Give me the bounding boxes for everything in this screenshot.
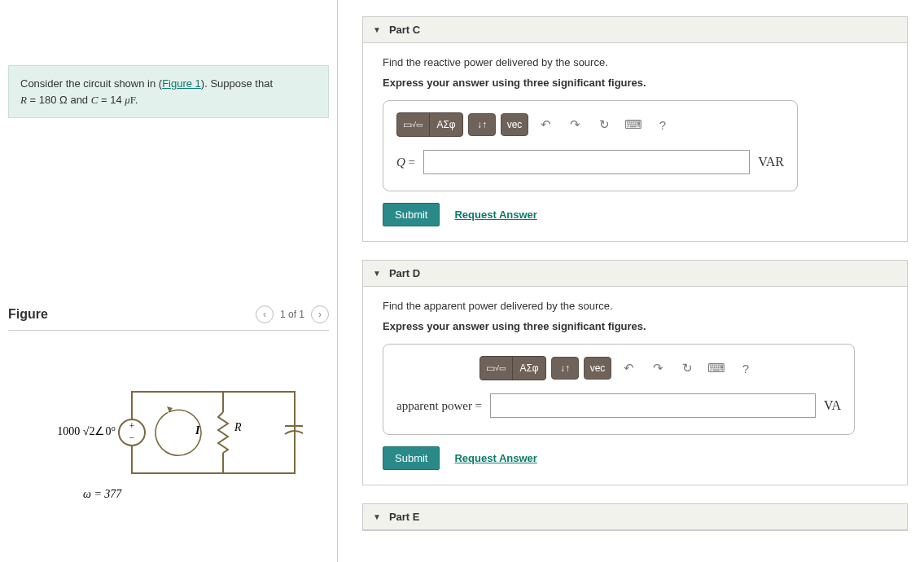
prev-figure-button[interactable]: ‹: [256, 305, 274, 323]
source-label: 1000 √2∠0°: [57, 425, 116, 437]
problem-text: Consider the circuit shown in (: [20, 77, 162, 90]
undo-button[interactable]: ↶: [616, 357, 641, 380]
vector-button[interactable]: vec: [584, 357, 611, 380]
chevron-down-icon: ▼: [373, 25, 381, 34]
keyboard-button[interactable]: ⌨: [621, 113, 646, 136]
part-d-title: Part D: [389, 267, 420, 279]
minus-sign: −: [129, 432, 135, 443]
c-unit: F.: [130, 94, 138, 106]
undo-button[interactable]: ↶: [533, 113, 558, 136]
part-c-hint: Express your answer using three signific…: [383, 77, 887, 89]
subscript-button[interactable]: ↓↑: [551, 357, 579, 380]
figure-nav: ‹ 1 of 1 ›: [256, 305, 329, 323]
part-c-answer-box: ▭√▭ ΑΣφ ↓↑ vec ↶ ↷ ↻ ⌨ ? Q =: [383, 100, 798, 191]
problem-text: ). Suppose that: [201, 77, 273, 90]
right-column: ▼ Part C Find the reactive power deliver…: [338, 0, 924, 562]
plus-sign: +: [129, 420, 135, 432]
c-value: = 14: [98, 94, 125, 106]
apparent-power-label: apparent power =: [396, 399, 482, 413]
figure-section: Figure ‹ 1 of 1 ›: [8, 305, 329, 510]
reset-button[interactable]: ↻: [675, 357, 699, 380]
left-column: Consider the circuit shown in (Figure 1)…: [0, 0, 338, 562]
figure-link[interactable]: Figure 1: [162, 77, 201, 90]
part-c-header[interactable]: ▼ Part C: [363, 17, 907, 43]
part-c-title: Part C: [389, 24, 420, 36]
part-c-prompt: Find the reactive power delivered by the…: [383, 56, 887, 68]
redo-button[interactable]: ↷: [646, 357, 670, 380]
part-e-header[interactable]: ▼ Part E: [363, 504, 907, 530]
equals: =: [405, 156, 415, 169]
vector-button[interactable]: vec: [501, 113, 528, 136]
circuit-svg: + − 1000 √2∠0° ω =: [34, 367, 303, 510]
subscript-button[interactable]: ↓↑: [468, 113, 496, 136]
part-d-input[interactable]: [490, 393, 816, 418]
part-c: ▼ Part C Find the reactive power deliver…: [362, 16, 908, 242]
next-figure-button[interactable]: ›: [311, 305, 329, 323]
q-variable: Q: [396, 156, 405, 169]
template-button[interactable]: ▭√▭: [397, 113, 430, 136]
greek-button[interactable]: ΑΣφ: [513, 357, 545, 380]
part-d-prompt: Find the apparent power delivered by the…: [383, 300, 887, 312]
part-d-header[interactable]: ▼ Part D: [363, 261, 907, 287]
omega-label: ω = 377: [83, 488, 122, 500]
figure-title: Figure: [8, 307, 48, 322]
part-d-request-answer[interactable]: Request Answer: [454, 452, 536, 464]
part-c-input[interactable]: [423, 150, 750, 174]
part-e: ▼ Part E: [362, 503, 908, 531]
r-value: = 180 Ω and: [27, 94, 91, 106]
figure-header: Figure ‹ 1 of 1 ›: [8, 305, 329, 331]
template-button[interactable]: ▭√▭: [480, 357, 513, 380]
chevron-down-icon: ▼: [373, 512, 381, 521]
equation-toolbar: ▭√▭ ΑΣφ ↓↑ vec ↶ ↷ ↻ ⌨ ?: [480, 356, 758, 380]
part-d-answer-box: ▭√▭ ΑΣφ ↓↑ vec ↶ ↷ ↻ ⌨ ? apparent power …: [383, 344, 855, 435]
part-d-hint: Express your answer using three signific…: [383, 320, 887, 332]
part-d: ▼ Part D Find the apparent power deliver…: [362, 260, 908, 485]
problem-statement: Consider the circuit shown in (Figure 1)…: [8, 65, 329, 118]
redo-button[interactable]: ↷: [563, 113, 587, 136]
part-c-unit: VAR: [758, 155, 784, 169]
figure-counter: 1 of 1: [280, 309, 304, 320]
greek-button[interactable]: ΑΣφ: [430, 113, 462, 136]
part-d-unit: VA: [824, 398, 841, 413]
part-e-title: Part E: [389, 511, 420, 523]
circuit-figure: + − 1000 √2∠0° ω =: [8, 367, 329, 510]
part-d-submit-button[interactable]: Submit: [383, 446, 440, 470]
equation-toolbar: ▭√▭ ΑΣφ ↓↑ vec ↶ ↷ ↻ ⌨ ?: [396, 112, 784, 137]
part-c-request-answer[interactable]: Request Answer: [454, 209, 536, 221]
help-button[interactable]: ?: [734, 357, 758, 380]
keyboard-button[interactable]: ⌨: [704, 357, 729, 380]
part-c-submit-button[interactable]: Submit: [383, 203, 440, 226]
r-label: R: [234, 421, 242, 433]
reset-button[interactable]: ↻: [592, 113, 616, 136]
chevron-down-icon: ▼: [373, 269, 381, 278]
i-label: I: [195, 424, 200, 437]
r-variable: R: [20, 94, 27, 106]
help-button[interactable]: ?: [650, 113, 675, 136]
